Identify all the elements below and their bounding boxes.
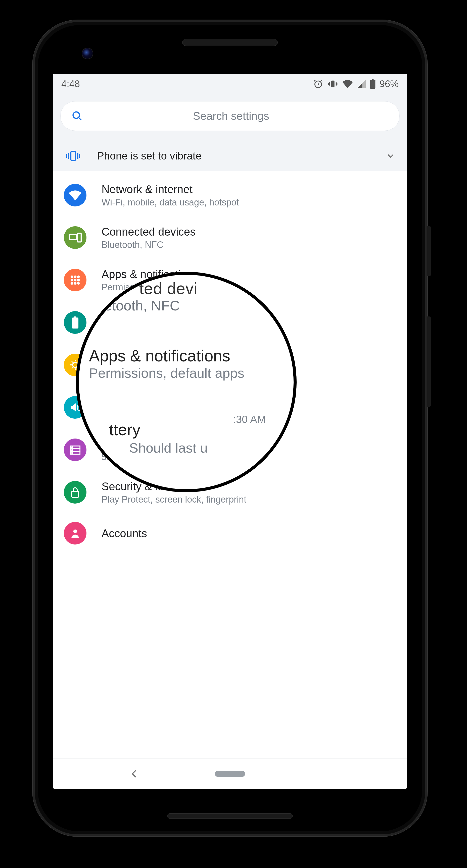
setting-title: Display	[101, 352, 207, 366]
setting-subtitle: Wallpaper, sleep, font size	[101, 367, 207, 377]
setting-subtitle: 59% used - 25.95 GB free	[101, 452, 206, 462]
devices-icon	[64, 226, 86, 249]
search-placeholder: Search settings	[91, 110, 371, 122]
svg-point-15	[74, 282, 77, 285]
settings-scroll[interactable]: Network & internet Wi-Fi, mobile, data u…	[53, 171, 407, 758]
setting-apps[interactable]: Apps & notifications Permissions, defaul…	[53, 259, 407, 301]
search-bar[interactable]: Search settings	[60, 101, 400, 131]
svg-point-25	[72, 452, 73, 453]
status-bar: 4:48 96%	[53, 74, 407, 94]
setting-display[interactable]: Display Wallpaper, sleep, font size	[53, 344, 407, 386]
battery-circle-icon	[64, 311, 86, 334]
setting-title: Battery	[101, 310, 252, 323]
svg-point-10	[77, 275, 80, 278]
setting-subtitle: Play Protect, screen lock, fingerprint	[101, 494, 246, 505]
sound-icon	[64, 396, 86, 419]
svg-rect-5	[71, 151, 76, 161]
lock-icon	[64, 481, 86, 503]
accounts-icon	[64, 522, 86, 545]
svg-point-27	[74, 529, 77, 533]
svg-point-14	[70, 282, 74, 285]
svg-point-24	[72, 450, 73, 451]
setting-title: Sound	[101, 395, 235, 408]
alarm-icon	[313, 79, 323, 89]
bottom-speaker	[167, 813, 293, 819]
setting-title: Storage	[101, 437, 206, 451]
svg-point-8	[70, 275, 74, 278]
setting-subtitle: Permissions, default apps	[101, 282, 205, 292]
setting-subtitle: Wi-Fi, mobile, data usage, hotspot	[101, 197, 239, 208]
svg-rect-26	[71, 491, 79, 497]
search-area: Search settings	[53, 94, 407, 141]
system-nav-bar	[53, 758, 407, 788]
earpiece	[182, 39, 278, 46]
nav-home-pill[interactable]	[215, 771, 245, 777]
setting-title: Accounts	[101, 526, 147, 540]
svg-point-12	[74, 279, 77, 281]
phone-frame: 4:48 96% Search settings	[33, 20, 427, 836]
screen: 4:48 96% Search settings	[53, 74, 407, 788]
svg-rect-18	[74, 316, 77, 318]
setting-sound[interactable]: Sound Volume, vibration, Do Not Disturb	[53, 386, 407, 429]
setting-title: Apps & notifications	[101, 267, 205, 281]
vibrate-suggestion-icon	[64, 150, 82, 162]
power-button	[427, 226, 431, 276]
setting-accounts[interactable]: Accounts	[53, 514, 407, 545]
cell-signal-icon	[357, 80, 366, 88]
svg-rect-3	[372, 79, 374, 81]
setting-title: Network & internet	[101, 182, 239, 196]
setting-connected-devices[interactable]: Connected devices Bluetooth, NFC	[53, 216, 407, 259]
svg-point-11	[70, 279, 74, 281]
suggestion-row[interactable]: Phone is set to vibrate	[53, 141, 407, 171]
setting-subtitle: Volume, vibration, Do Not Disturb	[101, 409, 235, 420]
nav-back-icon[interactable]	[129, 769, 140, 779]
setting-subtitle: 96% - Should last until about 8:30 AM	[101, 324, 252, 335]
battery-percent: 96%	[380, 79, 399, 89]
search-icon	[71, 111, 83, 122]
svg-point-16	[77, 282, 80, 285]
svg-rect-2	[370, 80, 376, 89]
apps-icon	[64, 269, 86, 291]
svg-point-23	[72, 446, 73, 447]
stage: 4:48 96% Search settings	[0, 0, 467, 868]
storage-icon	[64, 438, 86, 461]
status-time: 4:48	[61, 79, 80, 89]
wifi-icon	[342, 80, 353, 88]
volume-button	[427, 316, 431, 407]
front-camera	[82, 48, 93, 59]
setting-subtitle: Bluetooth, NFC	[101, 240, 196, 250]
status-right: 96%	[313, 79, 399, 89]
wifi-circle-icon	[64, 184, 86, 207]
svg-point-9	[74, 275, 77, 278]
vibrate-icon	[327, 79, 338, 89]
svg-rect-17	[72, 317, 79, 329]
svg-point-4	[73, 112, 80, 119]
svg-rect-1	[331, 81, 334, 87]
suggestion-text: Phone is set to vibrate	[82, 150, 385, 162]
svg-point-19	[72, 363, 78, 367]
setting-network[interactable]: Network & internet Wi-Fi, mobile, data u…	[53, 174, 407, 216]
setting-title: Connected devices	[101, 225, 196, 239]
setting-security[interactable]: Security & location Play Protect, screen…	[53, 471, 407, 514]
setting-title: Security & location	[101, 479, 246, 493]
setting-storage[interactable]: Storage 59% used - 25.95 GB free	[53, 429, 407, 471]
display-icon	[64, 353, 86, 376]
svg-point-13	[77, 279, 80, 281]
svg-rect-6	[69, 234, 77, 240]
setting-battery[interactable]: Battery 96% - Should last until about 8:…	[53, 301, 407, 344]
svg-rect-7	[78, 233, 81, 242]
settings-list: Network & internet Wi-Fi, mobile, data u…	[53, 171, 407, 545]
battery-icon	[370, 79, 376, 89]
chevron-down-icon	[385, 151, 396, 161]
